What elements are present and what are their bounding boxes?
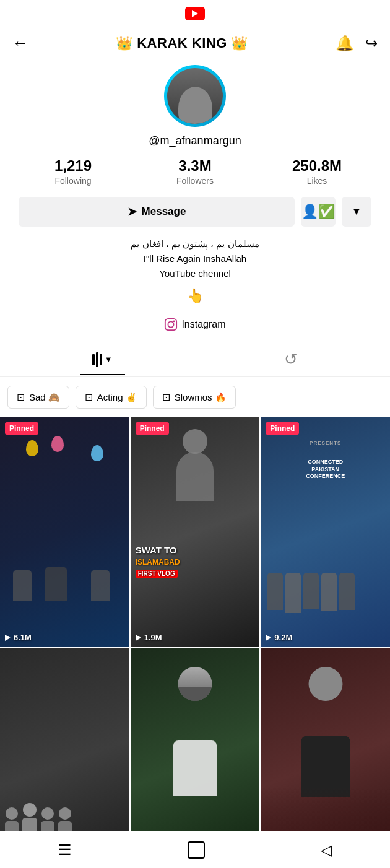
tab-repost[interactable]: ↺ [272,342,310,376]
likes-label: Likes [307,176,327,186]
pinned-badge-1: Pinned [5,422,38,435]
following-count: 1,219 [54,157,92,175]
playlist-label-1: Sad 🙈 [29,392,60,403]
video-item-2[interactable]: SWAT TO ISLAMABAD FIRST VLOG Pinned 1.9M [131,417,260,647]
stat-following[interactable]: 1,219 Following [12,157,134,186]
more-icon: ▼ [352,206,362,217]
playlist-chips: ⊡ Sad 🙈 ⊡ Acting ✌ ⊡ Slowmos 🔥 [0,377,390,417]
back-nav-icon[interactable]: ◁ [321,841,332,859]
likes-count: 250.8M [292,157,342,175]
stat-likes[interactable]: 250.8M Likes [256,157,378,186]
followers-count: 3.3M [178,157,211,175]
bio-emoji: 👆 [131,285,259,306]
playlist-chip-sad[interactable]: ⊡ Sad 🙈 [7,386,69,409]
svg-rect-0 [165,319,176,330]
pinned-badge-3: Pinned [266,422,299,435]
playlist-label-2: Acting ✌ [97,392,137,403]
play-count-1: 6.1M [5,633,32,642]
svg-point-2 [173,321,175,323]
back-button[interactable]: ← [12,33,28,53]
play-icon-3 [266,635,271,641]
message-icon: ➤ [128,205,137,219]
video-thumb-3: PRESENTS CONNECTEDPAKISTANCONFERENCE [261,417,390,647]
play-icon-1 [5,635,11,641]
header-icons: 🔔 ↪ [336,35,378,52]
bio-line3: YouTube chennel [131,266,259,281]
avatar [167,68,223,124]
svg-point-1 [168,322,174,328]
video-item-1[interactable]: Pinned 6.1M [0,417,129,647]
follow-button[interactable]: 👤✅ [301,197,336,227]
video-grid: Pinned 6.1M SWAT TO ISLAMABAD FIRST VLOG… [0,417,390,868]
playlist-play-icon-2: ⊡ [85,391,93,403]
home-icon[interactable] [188,841,205,859]
face-silhouette [178,87,212,124]
avatar-container [164,65,226,127]
grid-bar [96,352,98,367]
profile-section: @m_afnanmargun 1,219 Following 3.3M Foll… [0,59,390,342]
playlist-chip-acting[interactable]: ⊡ Acting ✌ [76,386,147,409]
bio: مسلمان يم ، پشتون يم ، افغان يم I"ll Ris… [124,237,265,310]
playlist-play-icon-1: ⊡ [17,391,25,403]
following-label: Following [54,176,91,186]
grid-tab-dropdown[interactable]: ▼ [105,355,113,364]
video-thumb-2 [131,417,260,647]
stat-followers[interactable]: 3.3M Followers [134,157,256,186]
grid-icon [92,352,102,367]
play-count-3: 9.2M [266,633,292,642]
message-button[interactable]: ➤ Message [19,197,295,227]
bio-line1: مسلمان يم ، پشتون يم ، افغان يم [131,237,259,251]
pinned-badge-2: Pinned [136,422,169,435]
tabs-row: ▼ ↺ [0,342,390,377]
followers-label: Followers [176,176,214,186]
username: @m_afnanmargun [149,134,241,147]
repost-icon: ↺ [284,350,298,369]
play-count-2: 1.9M [136,633,162,642]
bottom-nav: ☰ ◁ [0,831,390,868]
header: ← 👑 KARAK KING 👑 🔔 ↪ [0,27,390,59]
status-bar [0,0,390,27]
action-buttons: ➤ Message 👤✅ ▼ [12,197,378,227]
message-label: Message [142,206,186,218]
instagram-icon [164,318,178,331]
youtube-icon [185,7,205,20]
bell-icon[interactable]: 🔔 [336,35,354,52]
playlist-chip-slowmos[interactable]: ⊡ Slowmos 🔥 [153,386,236,409]
grid-bar [100,354,102,365]
playlist-label-3: Slowmos 🔥 [175,392,227,403]
play-icon-2 [136,635,141,641]
instagram-label: Instagram [181,319,225,330]
stats-row: 1,219 Following 3.3M Followers 250.8M Li… [12,157,378,186]
avatar-ring [164,65,226,127]
tab-grid[interactable]: ▼ [80,345,125,375]
bio-line2: I"ll Rise Again InshaAllah [131,251,259,266]
page-title: 👑 KARAK KING 👑 [116,35,248,51]
share-icon[interactable]: ↪ [365,35,378,52]
instagram-link[interactable]: Instagram [164,318,225,331]
video-item-3[interactable]: PRESENTS CONNECTEDPAKISTANCONFERENCE Pin… [261,417,390,647]
follow-icon: 👤✅ [301,204,335,220]
playlist-play-icon-3: ⊡ [162,391,170,403]
more-button[interactable]: ▼ [342,197,371,227]
video-thumb-1 [0,417,129,647]
grid-bar [92,354,95,365]
menu-icon[interactable]: ☰ [58,841,72,859]
video-overlay-2: SWAT TO ISLAMABAD FIRST VLOG [136,545,180,578]
